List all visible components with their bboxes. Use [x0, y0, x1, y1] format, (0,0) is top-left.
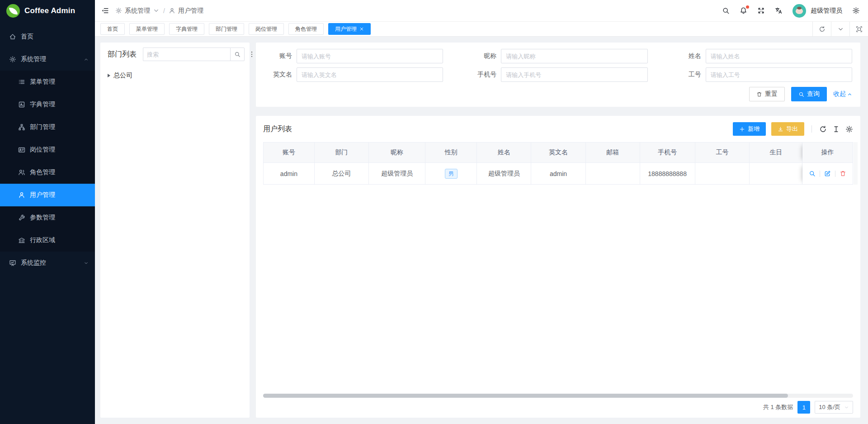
column-settings-button[interactable]: [845, 125, 853, 133]
cell-sex: 男: [425, 163, 477, 185]
view-row-button[interactable]: [809, 170, 816, 177]
sidebar-item-menu-management[interactable]: 菜单管理: [0, 71, 95, 93]
cell-email: [586, 163, 640, 185]
en-name-input[interactable]: [297, 67, 443, 82]
column-header-nickname: 昵称: [369, 142, 426, 163]
field-en-name: 英文名: [264, 67, 443, 82]
department-search-input[interactable]: [143, 48, 230, 61]
app-logo[interactable]: Coffee Admin: [0, 0, 95, 22]
sidebar-item-admin-region[interactable]: 行政区域: [0, 229, 95, 252]
tab-role-management[interactable]: 角色管理: [288, 23, 324, 35]
cell-dept: 总公司: [315, 163, 369, 185]
tab-label: 岗位管理: [255, 25, 277, 33]
bank-icon: [18, 237, 25, 244]
sidebar-item-home[interactable]: 首页: [0, 25, 95, 48]
department-tree: 总公司: [100, 66, 250, 85]
name-input[interactable]: [706, 49, 852, 63]
tab-menu-dropdown-button[interactable]: [831, 22, 849, 36]
global-search-button[interactable]: [722, 7, 730, 14]
column-header-phone: 手机号: [640, 142, 695, 163]
cell-account: admin: [263, 163, 315, 185]
user-avatar[interactable]: [793, 4, 806, 18]
tab-post-management[interactable]: 岗位管理: [249, 23, 284, 35]
column-header-en-name: 英文名: [531, 142, 586, 163]
tab-menu-management[interactable]: 菜单管理: [129, 23, 165, 35]
chevron-up-icon: [847, 92, 852, 97]
sidebar-item-dict-management[interactable]: 字典管理: [0, 93, 95, 116]
department-search-button[interactable]: [230, 48, 245, 61]
gear-icon: [845, 125, 853, 133]
tab-user-management[interactable]: 用户管理: [328, 23, 371, 35]
notifications-button[interactable]: [740, 7, 747, 14]
gear-icon: [852, 7, 860, 14]
column-header-actions: 操作: [802, 142, 853, 163]
sidebar-item-user-management[interactable]: 用户管理: [0, 184, 95, 206]
user-icon: [169, 7, 175, 14]
maximize-icon: [856, 26, 863, 33]
tree-expand-icon[interactable]: [108, 74, 110, 77]
tab-home[interactable]: 首页: [100, 23, 125, 35]
page-number-button[interactable]: 1: [797, 401, 810, 414]
horizontal-scrollbar[interactable]: [263, 394, 853, 398]
add-user-button[interactable]: 新增: [733, 122, 766, 136]
trash-icon: [756, 91, 762, 97]
tab-dept-management[interactable]: 部门管理: [209, 23, 244, 35]
account-input[interactable]: [297, 49, 443, 63]
user-icon: [18, 191, 25, 199]
export-button[interactable]: 导出: [771, 122, 804, 136]
fullscreen-icon: [757, 7, 765, 14]
edit-row-button[interactable]: [824, 170, 831, 177]
delete-row-button[interactable]: [840, 170, 846, 177]
cell-actions: [802, 163, 853, 185]
table-row[interactable]: admin 总公司 超级管理员 男 超级管理员 admin 1888888888…: [263, 163, 853, 185]
tree-more-actions-button[interactable]: [248, 51, 255, 58]
nickname-input[interactable]: [501, 49, 647, 63]
column-header-birthday: 生日: [750, 142, 802, 163]
field-label: 英文名: [264, 71, 297, 79]
sidebar-item-label: 行政区域: [30, 236, 89, 244]
row-density-button[interactable]: [832, 125, 840, 133]
sidebar-item-role-management[interactable]: 角色管理: [0, 161, 95, 184]
collapse-form-link[interactable]: 收起: [833, 90, 852, 98]
notification-badge: [746, 5, 749, 9]
close-icon[interactable]: [359, 27, 364, 31]
fullscreen-button[interactable]: [757, 7, 765, 14]
breadcrumb-level1[interactable]: 系统管理: [125, 7, 150, 15]
field-account: 账号: [264, 49, 443, 63]
field-nickname: 昵称: [468, 49, 647, 63]
user-name[interactable]: 超级管理员: [811, 7, 842, 15]
refresh-table-button[interactable]: [819, 125, 827, 133]
edit-icon: [824, 170, 831, 177]
phone-input[interactable]: [501, 67, 647, 82]
sidebar-menu: 首页 系统管理 菜单管理 字典管理 部门管理 岗位管理: [0, 25, 95, 274]
pagination: 共 1 条数据 1 10 条/页: [763, 401, 853, 414]
page-size-select[interactable]: 10 条/页: [815, 401, 853, 414]
maximize-content-button[interactable]: [849, 22, 868, 36]
sidebar: Coffee Admin 首页 系统管理 菜单管理 字典管理 部门管理: [0, 0, 95, 424]
tab-dict-management[interactable]: 字典管理: [169, 23, 204, 35]
job-no-input[interactable]: [706, 67, 852, 82]
tab-label: 部门管理: [216, 25, 237, 33]
settings-button[interactable]: [852, 7, 860, 14]
sidebar-item-system-monitor[interactable]: 系统监控: [0, 252, 95, 274]
horizontal-scrollbar-thumb[interactable]: [263, 394, 788, 398]
page-size-value: 10 条/页: [819, 403, 840, 411]
sex-tag: 男: [445, 169, 458, 179]
monitor-icon: [9, 259, 16, 267]
department-search: [143, 48, 245, 61]
language-switch-button[interactable]: [775, 7, 783, 14]
sidebar-item-system-management[interactable]: 系统管理: [0, 48, 95, 71]
tree-node-root[interactable]: 总公司: [108, 69, 242, 82]
chevron-down-icon: [844, 405, 849, 410]
sidebar-item-dept-management[interactable]: 部门管理: [0, 116, 95, 138]
refresh-tab-button[interactable]: [812, 22, 831, 36]
action-divider: [820, 171, 820, 177]
query-button[interactable]: 查询: [791, 87, 827, 101]
sidebar-item-post-management[interactable]: 岗位管理: [0, 138, 95, 161]
table-vertical-scrollbar[interactable]: [854, 142, 858, 185]
collapse-sidebar-button[interactable]: [101, 7, 109, 14]
reset-button[interactable]: 重置: [749, 87, 785, 101]
reset-button-label: 重置: [765, 90, 778, 98]
sidebar-item-param-management[interactable]: 参数管理: [0, 206, 95, 229]
column-header-name: 姓名: [477, 142, 531, 163]
